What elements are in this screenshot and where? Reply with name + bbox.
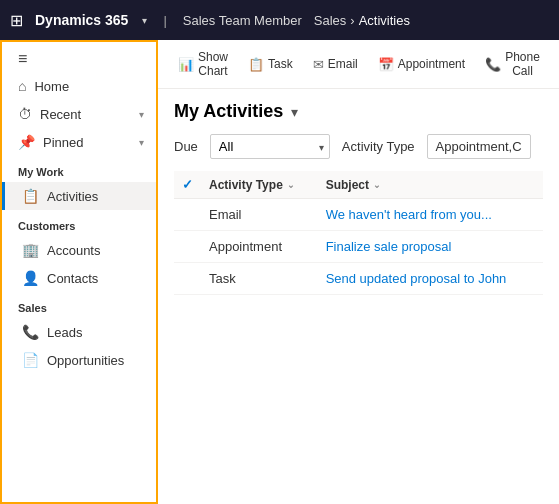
sidebar-item-opportunities[interactable]: 📄 Opportunities	[2, 346, 156, 374]
phone-icon: 📞	[485, 57, 501, 72]
leads-icon: 📞	[22, 324, 39, 340]
sidebar-top-icons: ≡	[2, 42, 156, 72]
activities-icon: 📋	[22, 188, 39, 204]
row1-activity-type: Email	[201, 199, 318, 231]
section-sales: Sales	[2, 292, 156, 318]
page-title: My Activities	[174, 101, 283, 122]
activity-type-sort-icon: ⌄	[287, 180, 295, 190]
subject-col-label: Subject	[326, 178, 369, 192]
page-title-chevron-icon[interactable]: ▾	[291, 104, 298, 120]
activity-type-filter-value[interactable]: Appointment,C	[427, 134, 531, 159]
breadcrumb-separator: ›	[350, 13, 354, 28]
app-chevron-icon[interactable]: ▾	[142, 15, 147, 26]
contacts-icon: 👤	[22, 270, 39, 286]
sidebar-activities-label: Activities	[47, 189, 98, 204]
opportunities-icon: 📄	[22, 352, 39, 368]
email-button[interactable]: ✉ Email	[305, 53, 366, 76]
waffle-icon[interactable]: ⊞	[10, 11, 23, 30]
show-chart-button[interactable]: 📊 Show Chart	[170, 46, 236, 82]
pinned-chevron-icon: ▾	[139, 137, 144, 148]
activities-table: ✓ Activity Type ⌄ Subject ⌄	[174, 171, 543, 295]
command-bar: 📊 Show Chart 📋 Task ✉ Email 📅 Appointmen…	[158, 40, 559, 89]
section-customers: Customers	[2, 210, 156, 236]
recent-chevron-icon: ▾	[139, 109, 144, 120]
app-name: Dynamics 365	[35, 12, 128, 28]
due-filter-select[interactable]: All	[210, 134, 330, 159]
sidebar-item-contacts[interactable]: 👤 Contacts	[2, 264, 156, 292]
appointment-label: Appointment	[398, 57, 465, 71]
row2-check[interactable]	[174, 231, 201, 263]
sidebar-home-label: Home	[34, 79, 144, 94]
main-layout: ≡ ⌂ Home ⏱ Recent ▾ 📌 Pinned ▾ My Work 📋…	[0, 40, 559, 504]
check-icon: ✓	[182, 177, 193, 192]
email-label: Email	[328, 57, 358, 71]
email-icon: ✉	[313, 57, 324, 72]
row2-subject[interactable]: Finalize sale proposal	[318, 231, 543, 263]
pin-icon: 📌	[18, 134, 35, 150]
sidebar-pinned-label: Pinned	[43, 135, 131, 150]
page-header: My Activities ▾	[174, 101, 543, 122]
sidebar-item-activities[interactable]: 📋 Activities	[2, 182, 156, 210]
appointment-icon: 📅	[378, 57, 394, 72]
row3-subject-link[interactable]: Send updated proposal to John	[326, 271, 507, 286]
appointment-button[interactable]: 📅 Appointment	[370, 53, 473, 76]
sidebar-leads-label: Leads	[47, 325, 82, 340]
subject-column-header[interactable]: Subject ⌄	[318, 171, 543, 199]
phone-call-button[interactable]: 📞 Phone Call	[477, 46, 548, 82]
page-content: My Activities ▾ Due All ▾ Activity Type …	[158, 89, 559, 504]
check-column-header: ✓	[174, 171, 201, 199]
row3-subject[interactable]: Send updated proposal to John	[318, 263, 543, 295]
row2-subject-link[interactable]: Finalize sale proposal	[326, 239, 452, 254]
sidebar-item-home[interactable]: ⌂ Home	[2, 72, 156, 100]
home-icon: ⌂	[18, 78, 26, 94]
chart-icon: 📊	[178, 57, 194, 72]
breadcrumb: Sales › Activities	[314, 13, 410, 28]
activity-type-col-label: Activity Type	[209, 178, 283, 192]
row2-activity-type: Appointment	[201, 231, 318, 263]
sidebar-opportunities-label: Opportunities	[47, 353, 124, 368]
sidebar-recent-label: Recent	[40, 107, 131, 122]
sidebar-item-pinned[interactable]: 📌 Pinned ▾	[2, 128, 156, 156]
row3-activity-type: Task	[201, 263, 318, 295]
content-area: 📊 Show Chart 📋 Task ✉ Email 📅 Appointmen…	[158, 40, 559, 504]
role-label: Sales Team Member	[183, 13, 302, 28]
subject-sort-icon: ⌄	[373, 180, 381, 190]
due-filter-wrap: All ▾	[210, 134, 330, 159]
row1-subject[interactable]: We haven't heard from you...	[318, 199, 543, 231]
filters-row: Due All ▾ Activity Type Appointment,C	[174, 134, 543, 159]
sidebar: ≡ ⌂ Home ⏱ Recent ▾ 📌 Pinned ▾ My Work 📋…	[0, 40, 158, 504]
sidebar-item-leads[interactable]: 📞 Leads	[2, 318, 156, 346]
breadcrumb-section[interactable]: Sales	[314, 13, 347, 28]
row1-check[interactable]	[174, 199, 201, 231]
task-button[interactable]: 📋 Task	[240, 53, 301, 76]
table-row: Appointment Finalize sale proposal	[174, 231, 543, 263]
activity-type-column-header[interactable]: Activity Type ⌄	[201, 171, 318, 199]
table-row: Email We haven't heard from you...	[174, 199, 543, 231]
table-header-row: ✓ Activity Type ⌄ Subject ⌄	[174, 171, 543, 199]
hamburger-icon[interactable]: ≡	[18, 50, 27, 67]
show-chart-label: Show Chart	[198, 50, 228, 78]
sidebar-contacts-label: Contacts	[47, 271, 98, 286]
section-my-work: My Work	[2, 156, 156, 182]
due-filter-label: Due	[174, 139, 198, 154]
sidebar-item-accounts[interactable]: 🏢 Accounts	[2, 236, 156, 264]
topbar-divider: |	[163, 13, 166, 28]
table-row: Task Send updated proposal to John	[174, 263, 543, 295]
topbar: ⊞ Dynamics 365 ▾ | Sales Team Member Sal…	[0, 0, 559, 40]
phone-call-label: Phone Call	[505, 50, 540, 78]
accounts-icon: 🏢	[22, 242, 39, 258]
row1-subject-link[interactable]: We haven't heard from you...	[326, 207, 492, 222]
sidebar-accounts-label: Accounts	[47, 243, 100, 258]
row3-check[interactable]	[174, 263, 201, 295]
recent-icon: ⏱	[18, 106, 32, 122]
task-label: Task	[268, 57, 293, 71]
task-icon: 📋	[248, 57, 264, 72]
sidebar-item-recent[interactable]: ⏱ Recent ▾	[2, 100, 156, 128]
activity-type-filter-label: Activity Type	[342, 139, 415, 154]
breadcrumb-current: Activities	[359, 13, 410, 28]
